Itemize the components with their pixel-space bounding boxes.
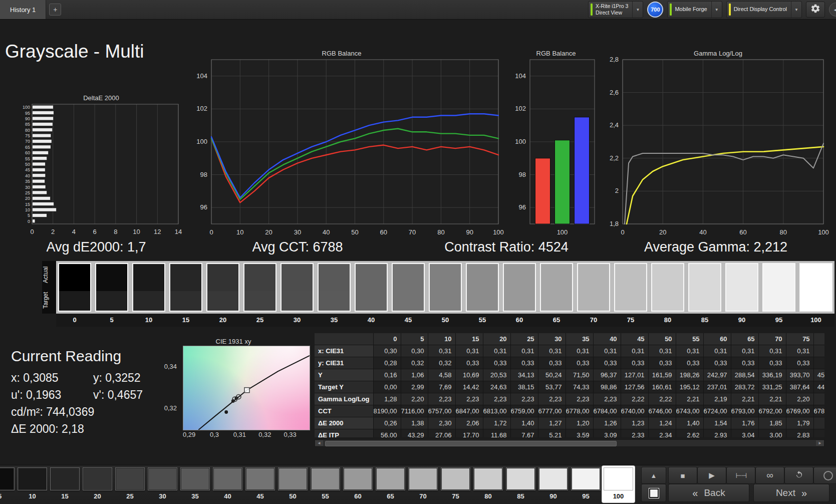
patch-button-65[interactable]: 65 <box>374 466 407 502</box>
patch-button-70[interactable]: 70 <box>407 466 439 502</box>
back-label: Back <box>704 487 725 498</box>
actual-patch <box>319 264 350 291</box>
patch-swatch <box>506 467 535 490</box>
top-bar: History 1 + X-Rite i1Pro 3 Direct View ▼… <box>0 0 836 20</box>
patch-button-15[interactable]: 15 <box>49 466 81 502</box>
back-button[interactable]: « Back <box>668 484 749 502</box>
grayscale-swatch-row <box>56 261 834 314</box>
table-cell: 1,28 <box>373 393 401 405</box>
patch-button-90[interactable]: 90 <box>537 466 570 502</box>
actual-patch <box>541 264 572 291</box>
patch-label: 100 <box>613 492 624 500</box>
patch-button-50[interactable]: 50 <box>276 466 309 502</box>
scroll-right-arrow-icon[interactable]: ► <box>816 440 824 446</box>
table-cell: 242,97 <box>703 369 731 381</box>
table-cell: 6757,00 <box>428 405 455 417</box>
pattern-window-button[interactable] <box>641 484 666 502</box>
meter-name: X-Rite i1Pro 3 <box>596 3 628 10</box>
patch-button-20[interactable]: 20 <box>81 466 114 502</box>
table-col-header: 25 <box>510 333 538 345</box>
record-button[interactable] <box>813 467 836 484</box>
table-scrollbar[interactable]: ◄ ► <box>315 439 824 447</box>
svg-text:45: 45 <box>25 167 30 172</box>
table-cell: 1,40 <box>510 417 538 429</box>
table-row-label: Target Y <box>315 381 373 393</box>
table-cell: 74,33 <box>566 381 593 393</box>
target-patch <box>319 291 350 311</box>
table-cell: 98,86 <box>593 381 621 393</box>
patch-button-80[interactable]: 80 <box>472 466 504 502</box>
rgb-balance-chart: 01020304050607080901009698100102104 <box>179 49 504 238</box>
svg-text:10: 10 <box>133 228 140 235</box>
patch-button-45[interactable]: 45 <box>244 466 276 502</box>
patch-button-35[interactable]: 35 <box>179 466 211 502</box>
play-button[interactable]: ▶ <box>697 467 726 484</box>
swatch-label: 50 <box>427 314 464 327</box>
refresh-button[interactable] <box>784 467 813 484</box>
table-col-header: 35 <box>566 333 593 345</box>
table-cell: 24,63 <box>483 381 510 393</box>
table-cell: 2,30 <box>428 417 455 429</box>
meter-mode: Direct View <box>596 10 628 16</box>
table-row-label: Y <box>315 369 373 381</box>
patch-button-55[interactable]: 55 <box>309 466 342 502</box>
actual-patch <box>59 264 90 291</box>
patch-button-75[interactable]: 75 <box>439 466 472 502</box>
table-cell: 0,31 <box>538 345 566 357</box>
table-cell: 14,42 <box>455 381 483 393</box>
settings-button[interactable] <box>806 2 825 18</box>
target-patch <box>541 291 572 311</box>
cie-y-tick: 0,34 <box>164 363 177 370</box>
patch-button-5[interactable]: 5 <box>0 466 16 502</box>
patch-swatch <box>0 467 15 490</box>
target-patch <box>726 291 757 311</box>
svg-text:80: 80 <box>437 228 444 236</box>
patch-button-60[interactable]: 60 <box>342 466 374 502</box>
scrollbar-thumb[interactable] <box>325 441 617 446</box>
patch-button-85[interactable]: 85 <box>504 466 537 502</box>
swatch-label: 10 <box>130 314 167 327</box>
swatch-label: 90 <box>723 314 760 327</box>
svg-text:30: 30 <box>294 228 301 236</box>
display-control-dropdown[interactable]: Direct Display Control ▼ <box>726 1 802 18</box>
svg-text:0: 0 <box>30 228 34 235</box>
patch-button-30[interactable]: 30 <box>146 466 179 502</box>
table-cell: 2,21 <box>758 393 786 405</box>
grayscale-swatch-0 <box>58 263 91 312</box>
svg-text:5: 5 <box>28 213 30 218</box>
table-cell: 0,31 <box>758 345 786 357</box>
add-tab-button[interactable]: + <box>49 4 61 16</box>
next-button[interactable]: Next » <box>753 484 829 502</box>
target-patch <box>170 291 201 311</box>
table-cell: 0,33 <box>538 357 566 369</box>
patch-button-10[interactable]: 10 <box>16 466 49 502</box>
svg-text:40: 40 <box>699 228 706 236</box>
tab-history-1[interactable]: History 1 <box>0 0 46 19</box>
collapse-toolbar-button[interactable]: ◀ <box>829 3 836 17</box>
table-cell: 387,64 <box>786 381 813 393</box>
svg-text:4: 4 <box>72 228 76 235</box>
table-col-header: 55 <box>676 333 703 345</box>
table-cell: 0,32 <box>401 357 428 369</box>
patch-button-95[interactable]: 95 <box>570 466 602 502</box>
patch-button-100[interactable]: 100 <box>602 466 635 502</box>
patch-button-40[interactable]: 40 <box>211 466 244 502</box>
table-row-label: x: CIE31 <box>315 345 373 357</box>
table-cell: 6724,00 <box>703 405 731 417</box>
table-row-label: ΔE 2000 <box>315 417 373 429</box>
scroll-left-arrow-icon[interactable]: ◄ <box>315 440 323 446</box>
meter-count-badge[interactable]: 700 <box>647 2 663 18</box>
table-cell: 2,23 <box>593 393 621 405</box>
table-cell: 0,33 <box>813 357 824 369</box>
patch-button-25[interactable]: 25 <box>114 466 146 502</box>
stop-button[interactable]: ■ <box>668 467 697 484</box>
svg-text:96: 96 <box>200 203 207 211</box>
source-dropdown[interactable]: Mobile Forge ▼ <box>667 1 722 18</box>
single-measure-button[interactable]: ⊢⊣ <box>726 467 755 484</box>
table-cell: 2,62 <box>676 429 703 438</box>
patch-list-up-button[interactable]: ▲ <box>641 467 666 484</box>
table-row-label: ΔE ITP <box>315 429 373 438</box>
table-cell: 2,23 <box>538 393 566 405</box>
continuous-measure-button[interactable]: ∞ <box>755 467 784 484</box>
meter-dropdown[interactable]: X-Rite i1Pro 3 Direct View ▼ <box>588 1 643 18</box>
